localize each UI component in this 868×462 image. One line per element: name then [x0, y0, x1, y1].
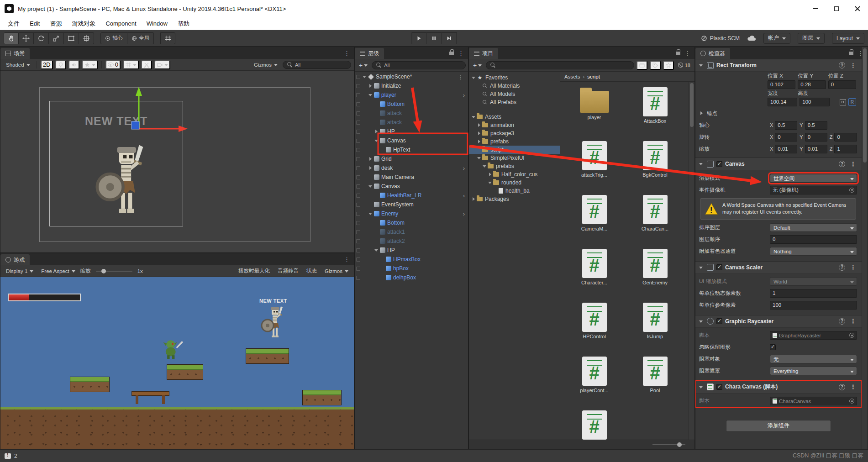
hand-tool-button[interactable] — [4, 32, 19, 44]
kebab-menu-icon[interactable] — [848, 264, 858, 271]
pause-button[interactable] — [426, 32, 442, 44]
camera-settings-dropdown[interactable] — [154, 60, 170, 69]
visibility-toggle-icon[interactable] — [355, 118, 362, 127]
aspect-dropdown[interactable]: Free Aspect — [38, 267, 78, 276]
project-tree-item-assets[interactable]: Assets — [469, 113, 560, 121]
project-search-input[interactable] — [486, 61, 634, 69]
hierarchy-item-healthbar-lr[interactable]: HealthBar_LR — [355, 191, 468, 200]
skeleton-sprite[interactable] — [93, 140, 157, 230]
project-tree-item-animation[interactable]: animation — [469, 121, 560, 129]
hierarchy-item-grid[interactable]: Grid — [355, 154, 468, 163]
search-by-type-button[interactable] — [637, 61, 647, 70]
project-file-attackbox[interactable]: AttackBox — [625, 87, 685, 137]
expander-icon[interactable] — [471, 195, 477, 203]
plastic-scm-button[interactable]: Plastic SCM — [701, 35, 740, 42]
rect-transform-header[interactable]: Rect Transform — [695, 59, 862, 72]
dynamic-ppu-field[interactable]: 1 — [770, 289, 857, 298]
tab-inspector[interactable]: 检查器 — [695, 48, 730, 59]
foldout-icon[interactable] — [699, 384, 704, 390]
minimize-button[interactable] — [805, 0, 826, 17]
effects-dropdown-button[interactable] — [82, 60, 98, 69]
hierarchy-item-desk[interactable]: desk — [355, 163, 468, 173]
project-file-character-[interactable]: Character... — [564, 249, 625, 299]
menu-item-3[interactable]: 游戏对象 — [67, 17, 100, 30]
kebab-menu-icon[interactable] — [342, 47, 352, 59]
visibility-toggle-icon[interactable] — [355, 236, 362, 246]
lock-icon[interactable] — [676, 52, 680, 55]
hierarchy-item-eventsystem[interactable]: EventSystem — [355, 200, 468, 209]
expander-icon[interactable] — [476, 121, 482, 129]
tab-game[interactable]: 游戏 — [0, 254, 30, 265]
maximize-on-play-button[interactable]: 播放时最大化 — [236, 267, 273, 276]
pos-x-field[interactable]: 0.102 — [768, 80, 795, 89]
menu-item-0[interactable]: 文件 — [3, 17, 25, 30]
project-file-attacktrig-[interactable]: attackTrig... — [564, 141, 625, 191]
visibility-toggle-icon[interactable] — [355, 100, 362, 109]
expander-icon[interactable] — [471, 113, 477, 121]
width-field[interactable]: 100.14 — [768, 98, 797, 106]
expander-icon[interactable] — [374, 137, 379, 144]
rotate-tool-button[interactable] — [34, 32, 49, 44]
object-picker-icon[interactable] — [849, 399, 854, 404]
add-component-button[interactable]: 添加组件 — [726, 420, 831, 432]
expander-icon[interactable] — [374, 247, 379, 254]
kebab-menu-icon[interactable] — [456, 47, 466, 59]
hierarchy-item-bottom[interactable]: Bottom — [355, 218, 468, 227]
enabled-checkbox[interactable] — [716, 318, 722, 324]
project-tree-item-package3[interactable]: package3 — [469, 129, 560, 137]
sorting-layer-dropdown[interactable]: Default — [770, 223, 857, 232]
project-tree-item-simplepixelui[interactable]: SimplePixelUI — [469, 154, 560, 162]
visibility-toggle-icon[interactable] — [355, 154, 362, 163]
visibility-toggle-icon[interactable] — [355, 200, 362, 209]
scrollbar-thumb[interactable] — [863, 48, 867, 163]
hierarchy-item-main-camera[interactable]: Main Camera — [355, 173, 468, 182]
menu-item-6[interactable]: 帮助 — [173, 17, 195, 30]
cut-tool-button[interactable] — [141, 60, 152, 69]
cloud-button[interactable] — [747, 35, 756, 41]
lighting-toggle-button[interactable] — [55, 60, 66, 69]
tab-scene[interactable]: 场景 — [0, 48, 30, 59]
expander-icon[interactable] — [487, 171, 493, 178]
breadcrumb-assets[interactable]: Assets — [564, 74, 580, 79]
expander-icon[interactable] — [476, 138, 482, 145]
raw-edit-toggle[interactable]: R — [848, 98, 856, 106]
hierarchy-item-hp[interactable]: HP — [355, 127, 468, 136]
blocking-mask-dropdown[interactable]: Everything — [770, 367, 857, 375]
audio-toggle-button[interactable] — [68, 60, 79, 69]
kebab-menu-icon[interactable] — [848, 318, 858, 325]
menu-item-1[interactable]: Edit — [25, 17, 45, 30]
anchor-presets-icon[interactable] — [840, 99, 846, 105]
help-icon[interactable] — [839, 161, 845, 167]
visibility-toggle-icon[interactable] — [355, 72, 362, 81]
project-file-pool[interactable]: Pool — [625, 357, 685, 407]
project-tree-item-prefabs[interactable]: prefabs — [469, 137, 560, 146]
rotation-z-field[interactable]: 0 — [834, 133, 857, 142]
hierarchy-item-hpbox[interactable]: hpBox — [355, 264, 468, 273]
canvas-header[interactable]: Canvas — [695, 158, 862, 170]
project-file-cameram-[interactable]: CameraM... — [564, 195, 625, 245]
hierarchy-tree[interactable]: SampleScene*InitializeplayerBottomattack… — [355, 72, 468, 449]
hierarchy-item-hp[interactable]: HP — [355, 246, 468, 255]
hierarchy-item-attack2[interactable]: attack2 — [355, 236, 468, 246]
project-tree-item-all-models[interactable]: All Models — [469, 90, 560, 98]
expander-icon[interactable] — [476, 130, 482, 137]
prefab-open-arrow-icon[interactable] — [462, 192, 466, 199]
menu-item-2[interactable]: 资源 — [45, 17, 67, 30]
pivot-y-field[interactable]: 0.5 — [805, 121, 827, 130]
project-file-isjump[interactable]: IsJump — [625, 303, 685, 353]
scale-tool-button[interactable] — [49, 32, 64, 44]
hidden-objects-button[interactable]: 0 — [105, 60, 121, 69]
project-tree-item-rounded[interactable]: rounded — [469, 178, 560, 187]
prefab-open-arrow-icon[interactable] — [462, 165, 466, 172]
game-viewport[interactable]: NEW TEXT — [0, 277, 354, 449]
help-icon[interactable] — [839, 318, 845, 325]
visibility-toggle-icon[interactable] — [355, 255, 362, 264]
scale-z-field[interactable]: 1 — [834, 145, 857, 153]
move-gizmo[interactable] — [105, 83, 192, 147]
hierarchy-item-attack[interactable]: attack — [355, 118, 468, 127]
global-toggle-button[interactable]: 全局 — [127, 32, 154, 44]
event-camera-field[interactable]: 无 (摄像机) — [770, 186, 857, 194]
project-tree-item-packages[interactable]: Packages — [469, 195, 560, 203]
tab-hierarchy[interactable]: 层级 — [355, 48, 384, 59]
expander-icon[interactable] — [471, 74, 477, 81]
